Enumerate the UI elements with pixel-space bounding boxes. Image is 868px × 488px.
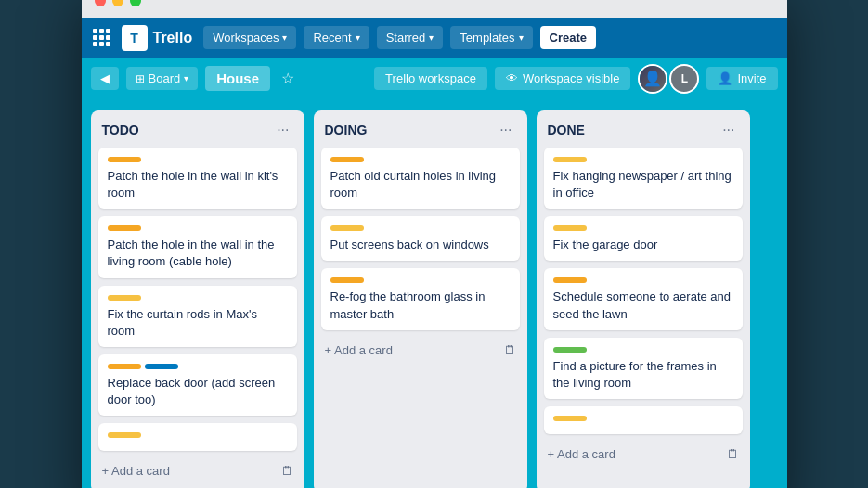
tag-green bbox=[553, 347, 587, 353]
list-header-done: DONE··· bbox=[544, 120, 743, 148]
card[interactable]: Fix the garage door bbox=[544, 216, 743, 261]
card-text: Patch the hole in the wall in the living… bbox=[108, 237, 288, 270]
invite-button[interactable]: 👤 Invite bbox=[706, 67, 777, 90]
visibility-button[interactable]: 👁 Workspace visible bbox=[495, 67, 631, 90]
card-icon: 🗒 bbox=[281, 464, 293, 478]
add-card-button-done[interactable]: + Add a card🗒 bbox=[544, 442, 743, 467]
board-bar: ◀ ⊞ Board ▾ House ☆ Trello workspace 👁 W… bbox=[82, 58, 787, 99]
list-menu-doing[interactable]: ··· bbox=[496, 120, 515, 140]
card[interactable]: Put screens back on windows bbox=[321, 216, 520, 261]
card[interactable]: Find a picture for the frames in the liv… bbox=[544, 338, 743, 399]
trello-logo[interactable]: T Trello bbox=[122, 25, 193, 51]
tag-orange bbox=[330, 157, 364, 162]
tag-yellow bbox=[108, 432, 141, 438]
board-view-button[interactable]: ⊞ Board ▾ bbox=[126, 67, 199, 90]
card-text: Fix hanging newspaper / art thing in off… bbox=[553, 168, 733, 201]
title-bar bbox=[82, 0, 787, 18]
card-icon: 🗒 bbox=[727, 447, 739, 461]
card[interactable]: Patch the hole in the wall in kit's room bbox=[98, 148, 297, 209]
card[interactable]: Replace back door (add screen door too) bbox=[98, 354, 297, 416]
tag-orange bbox=[108, 157, 141, 162]
tag-orange bbox=[330, 277, 364, 283]
recent-button[interactable]: Recent ▾ bbox=[304, 26, 369, 49]
list-menu-done[interactable]: ··· bbox=[719, 120, 738, 140]
card[interactable]: Schedule someone to aerate and seed the … bbox=[544, 268, 743, 329]
card-text: Find a picture for the frames in the liv… bbox=[553, 358, 733, 392]
workspace-button[interactable]: Trello workspace bbox=[374, 67, 487, 90]
card[interactable] bbox=[98, 423, 297, 451]
back-button[interactable]: ◀ bbox=[91, 67, 119, 90]
add-card-button-todo[interactable]: + Add a card🗒 bbox=[98, 458, 297, 483]
avatar-photo: 👤 bbox=[638, 64, 667, 94]
workspaces-button[interactable]: Workspaces ▾ bbox=[203, 26, 296, 49]
starred-button[interactable]: Starred ▾ bbox=[377, 26, 444, 49]
tag-orange bbox=[553, 277, 587, 283]
card[interactable]: Fix the curtain rods in Max's room bbox=[98, 286, 297, 347]
cards-container-todo: Patch the hole in the wall in kit's room… bbox=[98, 148, 297, 452]
list-header-doing: DOING··· bbox=[321, 120, 520, 148]
list-menu-todo[interactable]: ··· bbox=[273, 120, 292, 140]
cards-container-doing: Patch old curtain holes in living roomPu… bbox=[321, 148, 520, 330]
board-area: TODO···Patch the hole in the wall in kit… bbox=[82, 99, 787, 488]
card-text: Fix the curtain rods in Max's room bbox=[108, 306, 288, 340]
list-done: DONE···Fix hanging newspaper / art thing… bbox=[537, 110, 750, 488]
eye-icon: 👁 bbox=[506, 71, 518, 85]
tag-yellow bbox=[553, 416, 587, 421]
list-title-doing: DOING bbox=[325, 122, 368, 137]
chevron-down-icon: ▾ bbox=[184, 73, 188, 83]
card-text: Put screens back on windows bbox=[330, 237, 511, 253]
add-card-label: + Add a card bbox=[325, 343, 393, 357]
card[interactable]: Patch old curtain holes in living room bbox=[321, 148, 520, 209]
create-button[interactable]: Create bbox=[540, 26, 596, 49]
trello-logo-text: Trello bbox=[153, 30, 193, 46]
list-doing: DOING···Patch old curtain holes in livin… bbox=[314, 110, 527, 488]
list-header-todo: TODO··· bbox=[98, 120, 297, 148]
card[interactable]: Re-fog the bathroom glass in master bath bbox=[321, 268, 520, 329]
chevron-down-icon: ▾ bbox=[429, 32, 434, 43]
tag-yellow bbox=[553, 225, 587, 231]
list-title-done: DONE bbox=[548, 122, 585, 137]
card-text: Patch old curtain holes in living room bbox=[330, 168, 511, 201]
minimize-button[interactable] bbox=[112, 0, 123, 6]
card-text: Fix the garage door bbox=[553, 237, 733, 253]
chevron-down-icon: ▾ bbox=[519, 32, 524, 43]
close-button[interactable] bbox=[95, 0, 106, 6]
tag-orange bbox=[108, 364, 141, 369]
card-text: Patch the hole in the wall in kit's room bbox=[108, 168, 288, 201]
tag-yellow bbox=[553, 157, 587, 162]
add-card-label: + Add a card bbox=[102, 464, 170, 478]
list-title-todo: TODO bbox=[102, 122, 139, 137]
tag-orange bbox=[108, 225, 141, 231]
add-card-button-doing[interactable]: + Add a card🗒 bbox=[321, 338, 520, 363]
card-text: Replace back door (add screen door too) bbox=[108, 375, 288, 408]
maximize-button[interactable] bbox=[130, 0, 141, 6]
list-todo: TODO···Patch the hole in the wall in kit… bbox=[91, 110, 304, 488]
card[interactable] bbox=[544, 406, 743, 434]
cards-container-done: Fix hanging newspaper / art thing in off… bbox=[544, 148, 743, 434]
window-controls bbox=[95, 0, 141, 6]
avatar-l: L bbox=[669, 64, 699, 94]
app-window: T Trello Workspaces ▾ Recent ▾ Starred ▾… bbox=[82, 0, 787, 488]
card[interactable]: Fix hanging newspaper / art thing in off… bbox=[544, 148, 743, 209]
card[interactable]: Patch the hole in the wall in the living… bbox=[98, 216, 297, 277]
trello-logo-icon: T bbox=[122, 25, 148, 51]
add-card-label: + Add a card bbox=[548, 447, 615, 461]
star-button[interactable]: ☆ bbox=[278, 66, 298, 91]
templates-button[interactable]: Templates ▾ bbox=[450, 26, 532, 49]
person-icon: 👤 bbox=[718, 71, 732, 85]
apps-icon[interactable] bbox=[93, 29, 110, 46]
tag-yellow bbox=[108, 295, 141, 301]
board-title: House bbox=[205, 66, 270, 91]
chevron-down-icon: ▾ bbox=[282, 32, 287, 43]
tag-blue bbox=[145, 364, 178, 369]
card-text: Schedule someone to aerate and seed the … bbox=[553, 289, 733, 322]
back-icon: ◀ bbox=[100, 71, 110, 85]
navbar: T Trello Workspaces ▾ Recent ▾ Starred ▾… bbox=[82, 18, 787, 58]
card-text: Re-fog the bathroom glass in master bath bbox=[330, 289, 511, 322]
avatar-group: 👤 L bbox=[638, 64, 699, 94]
chevron-down-icon: ▾ bbox=[356, 32, 360, 43]
tag-yellow bbox=[330, 225, 364, 231]
card-icon: 🗒 bbox=[504, 343, 516, 357]
